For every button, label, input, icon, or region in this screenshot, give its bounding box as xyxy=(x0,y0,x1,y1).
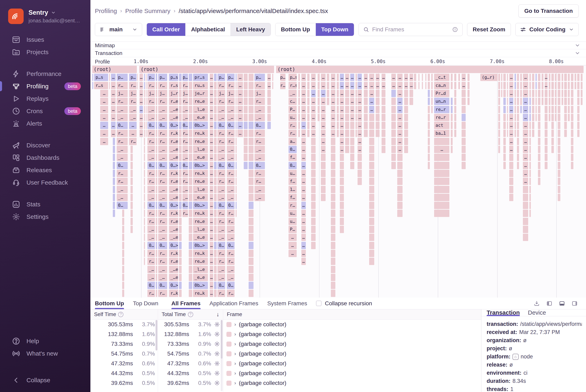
flame-frame[interactable] xyxy=(467,90,469,97)
flame-frame[interactable] xyxy=(331,210,335,217)
flame-frame[interactable] xyxy=(113,162,115,169)
flame-frame[interactable]: r… xyxy=(158,98,167,105)
flame-frame[interactable] xyxy=(214,154,217,161)
flame-frame[interactable]: … xyxy=(331,90,335,97)
flame-frame[interactable]: re…k xyxy=(193,210,208,217)
gear-icon[interactable] xyxy=(211,341,220,347)
flame-frame[interactable] xyxy=(179,90,181,97)
flame-frame[interactable]: r… xyxy=(182,170,188,177)
flame-frame[interactable] xyxy=(350,130,354,137)
flame-frame[interactable] xyxy=(131,194,133,201)
flame-frame[interactable] xyxy=(189,114,192,121)
flame-frame[interactable]: … xyxy=(301,210,306,217)
flame-frame[interactable]: … xyxy=(301,106,306,113)
flame-frame[interactable]: 0…> xyxy=(169,162,178,169)
flame-frame[interactable]: … xyxy=(331,106,335,113)
flame-frame[interactable]: … xyxy=(237,122,243,129)
flame-frame[interactable] xyxy=(391,162,396,169)
flame-frame[interactable] xyxy=(462,114,466,121)
flame-frame[interactable]: … xyxy=(376,82,380,89)
flame-frame[interactable]: _… xyxy=(147,106,155,113)
flame-frame[interactable] xyxy=(382,90,386,97)
flame-frame[interactable] xyxy=(532,98,534,105)
flame-frame[interactable] xyxy=(532,90,534,97)
flame-frame[interactable]: 0… xyxy=(117,162,128,169)
flame-frame[interactable]: _… xyxy=(158,186,167,193)
flame-frame[interactable] xyxy=(535,74,537,81)
flame-frame[interactable] xyxy=(558,122,560,129)
flame-frame[interactable] xyxy=(311,234,316,241)
flame-frame[interactable] xyxy=(156,130,157,137)
flame-frame[interactable]: … xyxy=(301,82,306,89)
flame-frame[interactable] xyxy=(462,138,466,145)
flame-frame[interactable]: r… xyxy=(217,138,225,145)
flame-frame[interactable] xyxy=(376,106,380,113)
flame-frame[interactable] xyxy=(551,90,554,97)
flame-frame[interactable] xyxy=(529,138,531,145)
flame-frame[interactable] xyxy=(428,138,430,145)
flame-frame[interactable] xyxy=(214,186,217,193)
flame-frame[interactable]: … xyxy=(397,130,402,137)
flame-frame[interactable] xyxy=(337,122,339,129)
flame-frame[interactable] xyxy=(538,154,540,161)
flame-frame[interactable]: u… xyxy=(289,114,297,121)
flame-frame[interactable] xyxy=(358,170,362,177)
flame-frame[interactable]: _… xyxy=(158,266,167,273)
flame-frame[interactable]: 0… xyxy=(147,162,155,169)
total-time-row[interactable]: 305.53ms3.7% xyxy=(158,320,223,329)
flame-frame[interactable]: p… xyxy=(147,74,155,81)
search-input[interactable] xyxy=(372,26,449,33)
flame-frame[interactable] xyxy=(498,82,500,89)
flame-frame[interactable] xyxy=(340,170,344,177)
flame-frame[interactable] xyxy=(568,114,570,121)
flame-frame[interactable] xyxy=(535,82,537,89)
flame-frame[interactable] xyxy=(431,74,433,81)
flame-frame[interactable] xyxy=(564,74,567,81)
flame-frame[interactable]: … xyxy=(100,106,108,113)
flame-frame[interactable] xyxy=(558,170,560,177)
flame-frame[interactable] xyxy=(214,122,217,129)
flame-frame[interactable]: … xyxy=(369,98,374,105)
flame-frame[interactable]: r… xyxy=(227,250,235,257)
flame-frame[interactable]: … xyxy=(210,146,213,153)
flame-frame[interactable] xyxy=(214,250,217,257)
flame-frame[interactable] xyxy=(545,122,548,129)
flame-frame[interactable] xyxy=(236,138,237,145)
flame-frame[interactable]: p… xyxy=(217,74,225,81)
flame-frame[interactable] xyxy=(434,186,449,193)
flame-frame[interactable] xyxy=(340,210,344,217)
flame-frame[interactable] xyxy=(538,178,540,185)
flame-frame[interactable]: … xyxy=(210,226,213,233)
flame-frame[interactable] xyxy=(545,98,548,105)
flame-frame[interactable] xyxy=(529,146,531,153)
flame-frame[interactable]: r… xyxy=(117,170,128,177)
flame-frame[interactable] xyxy=(249,130,253,137)
flame-frame[interactable] xyxy=(404,90,408,97)
flame-frame[interactable] xyxy=(397,170,402,177)
flame-frame[interactable]: r…s xyxy=(169,82,178,89)
flame-frame[interactable]: 0… xyxy=(117,202,128,209)
flame-frame[interactable] xyxy=(538,138,540,145)
flame-frame[interactable] xyxy=(92,74,93,81)
flame-frame[interactable] xyxy=(498,106,500,113)
flame-frame[interactable] xyxy=(551,82,554,89)
flame-frame[interactable] xyxy=(156,82,157,89)
flame-frame[interactable] xyxy=(113,178,115,185)
flame-frame[interactable]: 0b…> xyxy=(193,202,208,209)
self-time-header[interactable]: Self Time ? xyxy=(90,309,158,320)
flame-frame[interactable] xyxy=(538,82,540,89)
self-time-row[interactable]: 39.62ms0.5% xyxy=(90,378,158,388)
flame-frame[interactable] xyxy=(331,274,335,281)
flame-frame[interactable]: 0… xyxy=(227,282,235,289)
frame-header[interactable]: Frame xyxy=(223,309,481,320)
flame-frame[interactable]: … xyxy=(382,74,386,81)
details-tab-device[interactable]: Device xyxy=(528,309,546,316)
flame-frame[interactable] xyxy=(418,74,419,81)
flame-frame[interactable]: j… xyxy=(117,90,128,97)
flame-frame[interactable] xyxy=(369,178,374,185)
flame-frame[interactable]: … xyxy=(509,138,513,145)
flame-frame[interactable] xyxy=(517,162,519,169)
frame-row[interactable]: ›(garbage collector) xyxy=(223,329,481,339)
flame-frame[interactable]: j… xyxy=(255,90,265,97)
flame-frame[interactable] xyxy=(529,114,531,121)
